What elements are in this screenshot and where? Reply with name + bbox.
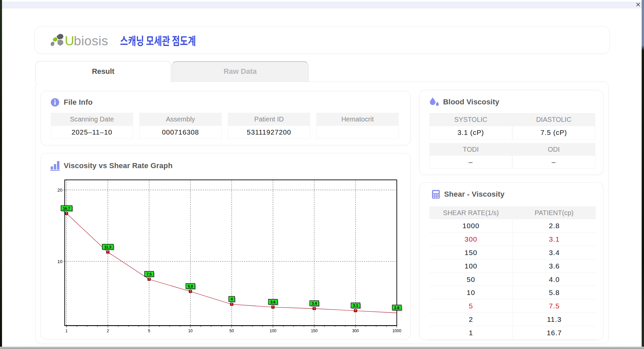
svg-text:300: 300 bbox=[352, 329, 359, 333]
svg-text:10: 10 bbox=[57, 259, 62, 264]
svg-text:3.4: 3.4 bbox=[312, 301, 317, 305]
svg-text:16.7: 16.7 bbox=[63, 206, 70, 210]
svg-text:1: 1 bbox=[65, 329, 68, 333]
svg-text:5.8: 5.8 bbox=[188, 284, 193, 288]
svg-text:10: 10 bbox=[188, 329, 193, 333]
svg-text:2.8: 2.8 bbox=[394, 306, 399, 310]
svg-text:7.5: 7.5 bbox=[147, 272, 152, 276]
svg-text:50: 50 bbox=[229, 329, 234, 333]
svg-text:100: 100 bbox=[270, 329, 276, 333]
svg-text:20: 20 bbox=[57, 188, 62, 193]
svg-text:11.3: 11.3 bbox=[104, 245, 111, 249]
svg-text:4: 4 bbox=[231, 297, 233, 301]
svg-text:3.6: 3.6 bbox=[270, 300, 275, 304]
svg-text:150: 150 bbox=[311, 329, 318, 333]
svg-text:2: 2 bbox=[107, 329, 109, 333]
svg-text:3.1: 3.1 bbox=[353, 303, 358, 307]
svg-text:5: 5 bbox=[148, 329, 150, 333]
svg-text:1000: 1000 bbox=[392, 329, 401, 333]
